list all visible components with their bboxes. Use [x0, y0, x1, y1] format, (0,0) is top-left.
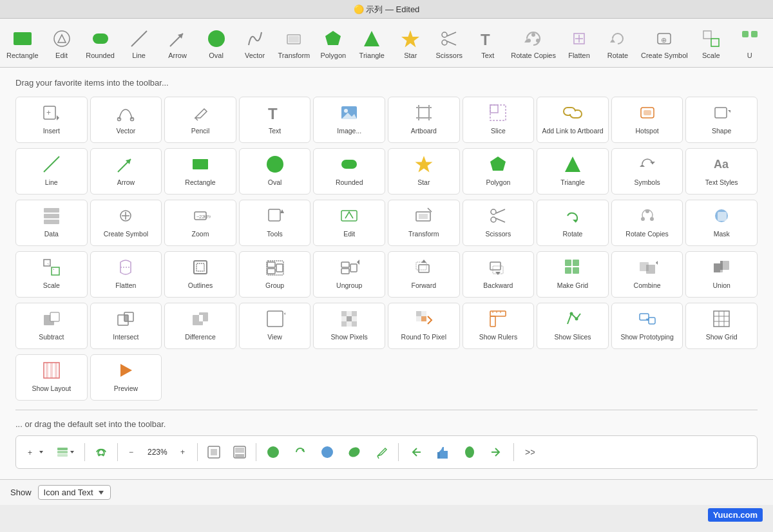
grid-show-pixels[interactable]: Show Pixels	[313, 303, 385, 349]
grid-tools-label: Tools	[267, 230, 283, 238]
toolbar-polygon[interactable]: Polygon	[314, 21, 352, 65]
grid-star2[interactable]: Star	[388, 148, 460, 195]
grid-intersect[interactable]: Intersect	[90, 303, 162, 349]
dt-zoom-plus[interactable]: +	[175, 445, 192, 459]
grid-difference[interactable]: Difference	[164, 303, 236, 349]
grid-ungroup[interactable]: Ungroup	[313, 251, 385, 298]
dt-zoom-value[interactable]: 223%	[144, 445, 171, 459]
toolbar-u[interactable]: U	[730, 21, 769, 65]
toolbar-rotate-copies[interactable]: Rotate Copies	[507, 21, 560, 65]
insert-icon: +	[40, 101, 63, 124]
toolbar-create-symbol[interactable]: ⊕ Create Symbol	[637, 21, 692, 65]
grid-text-styles[interactable]: Aa Text Styles	[685, 148, 758, 195]
dt-separator-1	[84, 443, 85, 461]
svg-rect-134	[352, 316, 357, 321]
grid-rotate2[interactable]: Rotate	[537, 200, 609, 246]
grid-shape[interactable]: Shape	[685, 97, 758, 143]
toolbar-edit[interactable]: Edit	[43, 21, 81, 65]
dt-arrow-right[interactable]	[485, 442, 508, 462]
toolbar-flatten[interactable]: Flatten	[560, 21, 598, 65]
grid-preview[interactable]: Preview	[90, 354, 162, 401]
grid-symbols[interactable]: Symbols	[611, 148, 683, 195]
toolbar-rotate[interactable]: Rotate	[598, 21, 637, 65]
svg-line-79	[428, 208, 432, 212]
grid-flatten2[interactable]: Flatten	[90, 251, 162, 298]
dt-rotate-green[interactable]	[289, 442, 312, 462]
grid-show-rulers[interactable]: Show Rulers	[463, 303, 535, 349]
svg-rect-24	[703, 31, 711, 39]
svg-rect-89	[718, 212, 727, 221]
grid-rounded2[interactable]: Rounded	[313, 148, 385, 195]
toolbar-scissors[interactable]: Scissors	[430, 21, 468, 65]
grid-data[interactable]: Data	[15, 200, 88, 246]
grid-oval2[interactable]: Oval	[239, 148, 311, 195]
dt-green2[interactable]	[343, 442, 366, 462]
dt-insert[interactable]: +	[23, 444, 48, 461]
dt-thumb-up[interactable]	[431, 442, 454, 462]
dt-rotate[interactable]	[90, 444, 112, 461]
toolbar-transform[interactable]: Transform	[274, 21, 314, 65]
grid-combine[interactable]: Combine	[611, 251, 683, 298]
grid-polygon2[interactable]: Polygon	[463, 148, 535, 195]
toolbar-star[interactable]: Star	[391, 21, 430, 65]
grid-rotate-copies2[interactable]: Rotate Copies	[611, 200, 683, 246]
toolbar-rectangle[interactable]: Rectangle	[3, 21, 43, 65]
grid-hotspot[interactable]: Hotspot	[611, 97, 683, 143]
dt-green3[interactable]	[458, 442, 481, 462]
dt-fit-right[interactable]	[229, 442, 251, 462]
grid-create-symbol2[interactable]: Create Symbol	[90, 200, 162, 246]
grid-text[interactable]: T Text	[239, 97, 311, 143]
toolbar-scale[interactable]: Scale	[692, 21, 730, 65]
grid-slice[interactable]: Slice	[463, 97, 535, 143]
grid-make-grid[interactable]: Make Grid	[537, 251, 609, 298]
grid-subtract[interactable]: Subtract	[15, 303, 88, 349]
grid-pencil[interactable]: Pencil	[164, 97, 236, 143]
grid-forward[interactable]: Forward	[388, 251, 460, 298]
grid-artboard[interactable]: Artboard	[388, 97, 460, 143]
dt-fit-left[interactable]	[203, 442, 225, 462]
grid-image[interactable]: Image...	[313, 97, 385, 143]
grid-insert[interactable]: + Insert	[15, 97, 88, 143]
grid-backward[interactable]: Backward	[463, 251, 535, 298]
toolbar-vector[interactable]: Vector	[236, 21, 274, 65]
grid-triangle2[interactable]: Triangle	[537, 148, 609, 195]
grid-zoom[interactable]: − + 223% Zoom	[164, 200, 236, 246]
grid-union[interactable]: Union	[685, 251, 758, 298]
toolbar-triangle[interactable]: Triangle	[352, 21, 391, 65]
grid-edit2[interactable]: Edit	[313, 200, 385, 246]
grid-rectangle2[interactable]: Rectangle	[164, 148, 236, 195]
dt-blue1[interactable]	[316, 442, 339, 462]
dt-pencil-green[interactable]	[370, 442, 393, 462]
svg-rect-111	[573, 260, 579, 266]
grid-arrow2[interactable]: Arrow	[90, 148, 162, 195]
dt-layers[interactable]	[52, 444, 79, 461]
show-select[interactable]: Icon and Text	[38, 485, 111, 500]
dt-green1[interactable]	[262, 442, 285, 462]
grid-scale2[interactable]: Scale	[15, 251, 88, 298]
grid-show-grid[interactable]: Show Grid	[685, 303, 758, 349]
toolbar-line[interactable]: Line	[120, 21, 158, 65]
items-grid: + Insert Vector	[15, 97, 758, 401]
toolbar-text[interactable]: T Text	[468, 21, 507, 65]
grid-add-link[interactable]: Add Link to Artboard	[537, 97, 609, 143]
dt-more[interactable]: >>	[519, 444, 539, 461]
grid-vector[interactable]: Vector	[90, 97, 162, 143]
grid-round-to-pixel[interactable]: Round To Pixel	[388, 303, 460, 349]
grid-show-prototyping[interactable]: Show Prototyping	[611, 303, 683, 349]
grid-outlines[interactable]: Outlines	[164, 251, 236, 298]
grid-polygon2-label: Polygon	[486, 178, 510, 187]
grid-mask[interactable]: Mask	[685, 200, 758, 246]
grid-show-slices[interactable]: Show Slices	[537, 303, 609, 349]
grid-show-layout[interactable]: Show Layout	[15, 354, 88, 401]
grid-group[interactable]: Group	[239, 251, 311, 298]
toolbar-rounded[interactable]: Rounded	[81, 21, 120, 65]
grid-line2[interactable]: Line	[15, 148, 88, 195]
dt-arrow-left[interactable]	[404, 442, 427, 462]
grid-view[interactable]: View	[239, 303, 311, 349]
toolbar-oval[interactable]: Oval	[197, 21, 236, 65]
grid-scissors2[interactable]: Scissors	[463, 200, 535, 246]
dt-zoom-minus[interactable]: −	[123, 445, 140, 459]
grid-tools[interactable]: Tools	[239, 200, 311, 246]
grid-transform2[interactable]: Transform	[388, 200, 460, 246]
toolbar-arrow[interactable]: Arrow	[158, 21, 197, 65]
